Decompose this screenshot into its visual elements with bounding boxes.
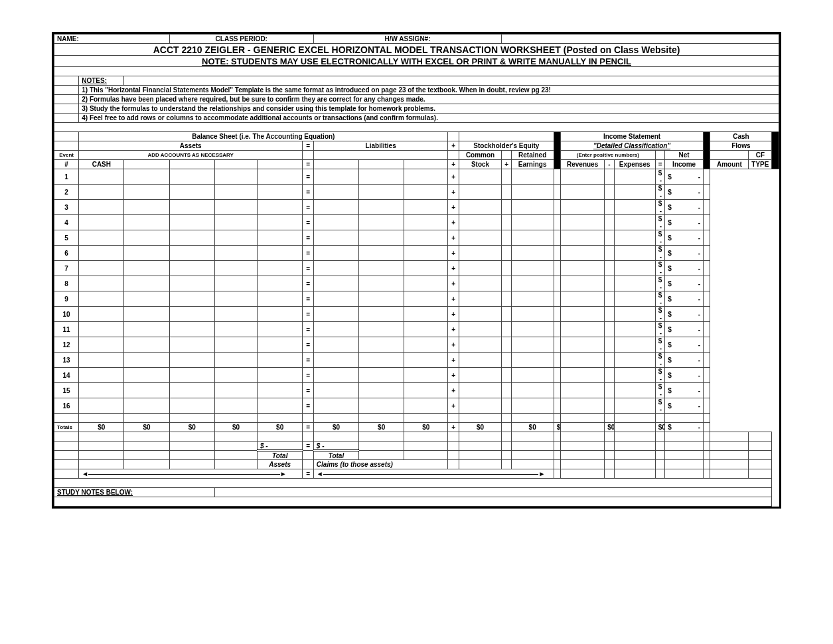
eq-sign: = [303, 398, 314, 414]
row-num: 5 [54, 230, 79, 246]
total-claims-amount: $ - [313, 442, 358, 451]
amount-total: $- [665, 423, 704, 432]
eq-sign: = [303, 185, 314, 200]
eq-sign: = [303, 200, 314, 215]
plus-sign: + [448, 215, 459, 230]
row-num: 2 [54, 185, 79, 200]
net-income-cell: $- [655, 246, 664, 261]
amount-cell: $- [665, 200, 704, 215]
total-cell: $0 [511, 423, 554, 432]
plus-sign: + [448, 246, 459, 261]
eq-sign: = [303, 307, 314, 322]
type-col: TYPE [749, 160, 772, 169]
cf-col: CF [749, 151, 772, 160]
plus-sign: + [448, 141, 459, 151]
total-cell: $0 [459, 423, 502, 432]
total-assets-amount: $ - [258, 442, 303, 451]
totals-label: Totals [54, 423, 79, 432]
eq-sign: = [303, 368, 314, 383]
amount-cell: $- [665, 291, 704, 307]
enter-positive: (Enter positive numbers) [561, 151, 656, 160]
net-income-cell: $- [655, 307, 664, 322]
net-income-cell: $- [655, 261, 664, 276]
equity-heading: Stockholder's Equity [459, 141, 554, 151]
total-cell: $0 [655, 423, 664, 432]
eq-sign: = [303, 353, 314, 368]
eq-sign: = [303, 291, 314, 307]
net-income-cell: $- [655, 169, 664, 185]
eq-sign: = [303, 322, 314, 337]
worksheet-subtitle: NOTE: STUDENTS MAY USE ELECTRONICALLY WI… [54, 56, 779, 67]
row-num: 1 [54, 169, 79, 185]
net-income-cell: $- [655, 353, 664, 368]
eq-sign: = [303, 215, 314, 230]
stock-col: Stock [459, 160, 502, 169]
flows-heading: Flows [710, 141, 772, 151]
worksheet-table: NAME: CLASS PERIOD: H/W ASSIGN#: ACCT 22… [54, 34, 779, 507]
row-num: 11 [54, 322, 79, 337]
eq-sign: = [303, 169, 314, 185]
notes-heading: NOTES: [79, 76, 124, 86]
total-cell: $0 [169, 423, 214, 432]
amount-cell: $- [665, 215, 704, 230]
study-notes-label: STUDY NOTES BELOW: [54, 488, 215, 497]
row-num: 3 [54, 200, 79, 215]
net-income-cell: $- [655, 383, 664, 398]
total-cell: $0 [554, 423, 560, 432]
hw-assign-label: H/W ASSIGN#: [313, 35, 501, 44]
amount-cell: $- [665, 337, 704, 353]
earnings-col: Earnings [511, 160, 554, 169]
net-income-cell: $- [655, 322, 664, 337]
claims-arrow [313, 469, 554, 479]
amount-cell: $- [665, 261, 704, 276]
revenues-col: Revenues [561, 160, 605, 169]
claims-label: Claims (to those assets) [313, 460, 448, 469]
net-income-cell: $- [655, 398, 664, 414]
total-cell: $0 [313, 423, 358, 432]
amount-cell: $- [665, 230, 704, 246]
row-num: 8 [54, 276, 79, 291]
plus-sign: + [448, 383, 459, 398]
net-income-cell: $- [655, 368, 664, 383]
amount-cell: $- [665, 246, 704, 261]
balance-sheet-heading: Balance Sheet (i.e. The Accounting Equat… [79, 132, 448, 141]
common-col: Common [459, 151, 502, 160]
amount-cell: $- [665, 383, 704, 398]
plus-sign: + [448, 200, 459, 215]
eq-sign: = [303, 337, 314, 353]
plus-sign: + [448, 368, 459, 383]
total-cell: $0 [605, 423, 614, 432]
note-3: 3) Study the formulas to understand the … [79, 104, 779, 114]
note-1: 1) This "Horizontal Financial Statements… [79, 86, 779, 95]
total-cell: $0 [404, 423, 448, 432]
name-label: NAME: [54, 35, 170, 44]
row-num: 6 [54, 246, 79, 261]
amount-cell: $- [665, 398, 704, 414]
net-income-cell: $- [655, 230, 664, 246]
eq-sign: = [303, 230, 314, 246]
income-col: Income [665, 160, 704, 169]
assets-arrow [79, 469, 303, 479]
amount-cell: $- [665, 322, 704, 337]
add-accounts: ADD ACCOUNTS AS NECESSARY [79, 151, 303, 160]
eq-sign: = [303, 261, 314, 276]
note-4: 4) Feel free to add rows or columns to a… [79, 114, 779, 123]
plus-sign: + [448, 322, 459, 337]
amount-cell: $- [665, 169, 704, 185]
total-cell: $0 [359, 423, 404, 432]
eq-sign: = [303, 246, 314, 261]
plus-sign: + [448, 307, 459, 322]
row-num: 12 [54, 337, 79, 353]
net-income-cell: $- [655, 215, 664, 230]
net-income-cell: $- [655, 200, 664, 215]
event-col: Event [54, 151, 79, 160]
net-income-cell: $- [655, 185, 664, 200]
detailed-classification: "Detailed Classification" [561, 141, 704, 151]
plus-sign: + [448, 185, 459, 200]
row-num: 14 [54, 368, 79, 383]
assets-heading: Assets [79, 141, 303, 151]
total-label-left: Total [258, 451, 303, 460]
row-num: 10 [54, 307, 79, 322]
plus-sign: + [448, 353, 459, 368]
amount-cell: $- [665, 185, 704, 200]
